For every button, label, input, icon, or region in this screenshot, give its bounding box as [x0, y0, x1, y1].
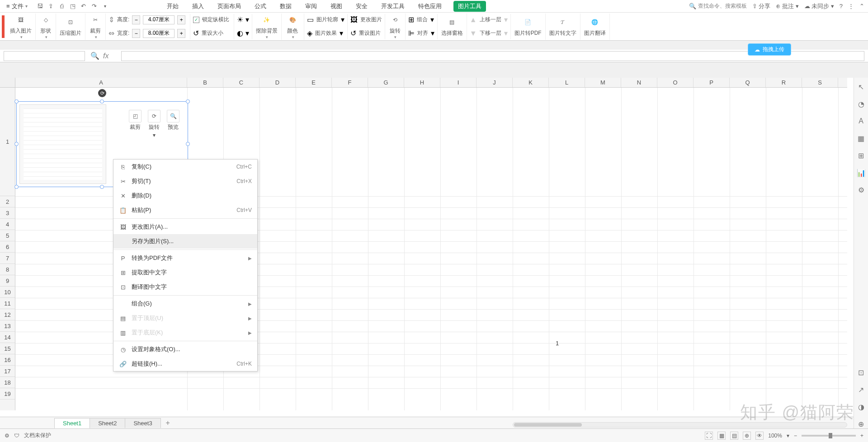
chart-icon[interactable]: 📊: [857, 168, 866, 177]
save-icon[interactable]: 🖫: [37, 3, 44, 10]
column-header-Q[interactable]: Q: [730, 78, 766, 87]
row-header-9[interactable]: 9: [0, 275, 15, 287]
column-header-I[interactable]: I: [440, 78, 476, 87]
eye-icon[interactable]: 👁: [755, 432, 764, 440]
column-header-K[interactable]: K: [513, 78, 549, 87]
collapse-ribbon-icon[interactable]: ⌃: [859, 3, 864, 9]
tab-picture-tools[interactable]: 图片工具: [453, 1, 486, 12]
row-header-19[interactable]: 19: [0, 388, 15, 400]
rotate-button[interactable]: ⟲ 旋转▾: [385, 14, 406, 40]
tab-review[interactable]: 审阅: [303, 1, 319, 12]
sync-button[interactable]: ☁ 未同步 ▾: [804, 2, 834, 10]
more-icon[interactable]: ⋮: [848, 3, 854, 9]
ctx-组合G[interactable]: 组合(G)▶: [113, 296, 257, 311]
ctx-粘贴P[interactable]: 📋粘贴(P)Ctrl+V: [113, 203, 257, 217]
tab-data[interactable]: 数据: [278, 1, 293, 12]
share-button[interactable]: ⇧ 分享: [752, 2, 771, 10]
help-icon[interactable]: ◑: [857, 402, 866, 411]
ctx-剪切T[interactable]: ✂剪切(T)Ctrl+X: [113, 174, 257, 188]
row-header-13[interactable]: 13: [0, 320, 15, 332]
column-header-M[interactable]: M: [585, 78, 621, 87]
row-header-12[interactable]: 12: [0, 309, 15, 320]
print-icon[interactable]: ⎙: [58, 3, 66, 10]
sheet-tab-2[interactable]: Sheet2: [90, 418, 125, 428]
row-header-11[interactable]: 11: [0, 298, 15, 309]
column-header-L[interactable]: L: [549, 78, 585, 87]
zoom-slider[interactable]: [802, 435, 856, 437]
select-tool-icon[interactable]: ↖: [857, 82, 866, 91]
zoom-out-button[interactable]: −: [794, 433, 797, 439]
zoom-value[interactable]: 100%: [768, 433, 782, 439]
column-header-F[interactable]: F: [332, 78, 368, 87]
width-input[interactable]: [143, 29, 175, 38]
tab-home[interactable]: 开始: [165, 1, 180, 12]
page-view-icon[interactable]: ▤: [730, 432, 738, 440]
row-header-7[interactable]: 7: [0, 253, 15, 264]
outline-button[interactable]: ▭ 图片轮廓 ▾: [307, 14, 344, 26]
row-header-5[interactable]: 5: [0, 230, 15, 241]
reset-size-button[interactable]: ↺ 重设大小: [193, 28, 229, 39]
resize-handle-w[interactable]: [14, 142, 19, 146]
column-header-R[interactable]: R: [766, 78, 802, 87]
mini-preview-button[interactable]: 🔍预览: [167, 110, 179, 138]
preview-icon[interactable]: ◳: [69, 3, 76, 10]
pic-to-pdf-button[interactable]: 📄 图片转PDF: [511, 14, 546, 40]
ctx-更改图片A[interactable]: 🖼更改图片(A)...: [113, 220, 257, 234]
column-header-H[interactable]: H: [404, 78, 440, 87]
width-minus-button[interactable]: −: [132, 29, 140, 38]
column-header-A[interactable]: A: [15, 78, 187, 87]
tab-special[interactable]: 特色应用: [416, 1, 443, 12]
contrast-icon[interactable]: ◐ ▾: [237, 29, 249, 38]
resize-handle-nw[interactable]: [14, 99, 19, 103]
column-header-B[interactable]: B: [187, 78, 223, 87]
help-icon[interactable]: ?: [840, 3, 843, 9]
clipboard-icon[interactable]: ◔: [857, 99, 866, 108]
row-header-16[interactable]: 16: [0, 354, 15, 366]
row-header-10[interactable]: 10: [0, 287, 15, 298]
align-button[interactable]: ⊫ 对齐 ▾: [408, 28, 434, 39]
row-header-1[interactable]: 1: [0, 88, 15, 196]
zoom-thumb[interactable]: [829, 433, 832, 438]
mini-rotate-button[interactable]: ⟳旋转 ▾: [148, 110, 160, 138]
redo-icon[interactable]: ↷: [91, 3, 98, 10]
scrollbar-thumb[interactable]: [514, 423, 582, 427]
row-header-17[interactable]: 17: [0, 366, 15, 377]
tab-layout[interactable]: 页面布局: [216, 1, 243, 12]
row-header-18[interactable]: 18: [0, 377, 15, 388]
sheet-tab-1[interactable]: Sheet1: [54, 418, 90, 428]
width-plus-button[interactable]: +: [177, 29, 185, 38]
lock-ratio-checkbox[interactable]: ✓ 锁定纵横比: [193, 14, 229, 26]
row-header-6[interactable]: 6: [0, 241, 15, 253]
fx-icon[interactable]: fx: [103, 52, 108, 60]
color-button[interactable]: 🎨 颜色▾: [282, 14, 304, 40]
row-header-14[interactable]: 14: [0, 332, 15, 343]
crop-button[interactable]: ✂ 裁剪▾: [85, 14, 106, 40]
export-icon[interactable]: ⇪: [47, 3, 55, 10]
row-header-15[interactable]: 15: [0, 343, 15, 354]
height-minus-button[interactable]: −: [132, 15, 140, 24]
protect-icon[interactable]: 🛡: [14, 433, 19, 439]
compress-button[interactable]: ⊡ 压缩图片: [56, 14, 85, 40]
select-all-corner[interactable]: [0, 78, 15, 88]
rotate-handle[interactable]: ⟳: [98, 89, 106, 97]
pic-translate-button[interactable]: 🌐 图片翻译: [580, 14, 610, 40]
height-input[interactable]: [143, 15, 175, 24]
tab-developer[interactable]: 开发工具: [379, 1, 406, 12]
column-header-N[interactable]: N: [621, 78, 657, 87]
column-header-E[interactable]: E: [296, 78, 332, 87]
zoom-in-button[interactable]: +: [860, 433, 863, 439]
pic-to-text-button[interactable]: 𝓣 图片转文字: [546, 14, 580, 40]
horizontal-scrollbar[interactable]: [513, 422, 847, 428]
name-box[interactable]: [4, 51, 85, 61]
height-plus-button[interactable]: +: [177, 15, 185, 24]
share-icon[interactable]: ↗: [857, 385, 866, 394]
apps-icon[interactable]: ⊞: [857, 151, 866, 160]
column-header-O[interactable]: O: [657, 78, 693, 87]
ctx-另存为图片S[interactable]: 另存为图片(S)...: [113, 234, 257, 249]
remove-bg-button[interactable]: ✨ 抠除背景▾: [252, 14, 282, 40]
reset-picture-button[interactable]: ↺ 重设图片: [350, 28, 382, 39]
mini-crop-button[interactable]: ◰裁剪: [129, 110, 142, 138]
row-header-8[interactable]: 8: [0, 264, 15, 275]
column-header-G[interactable]: G: [368, 78, 404, 87]
ctx-翻译图中文字[interactable]: ⊡翻译图中文字: [113, 280, 257, 294]
